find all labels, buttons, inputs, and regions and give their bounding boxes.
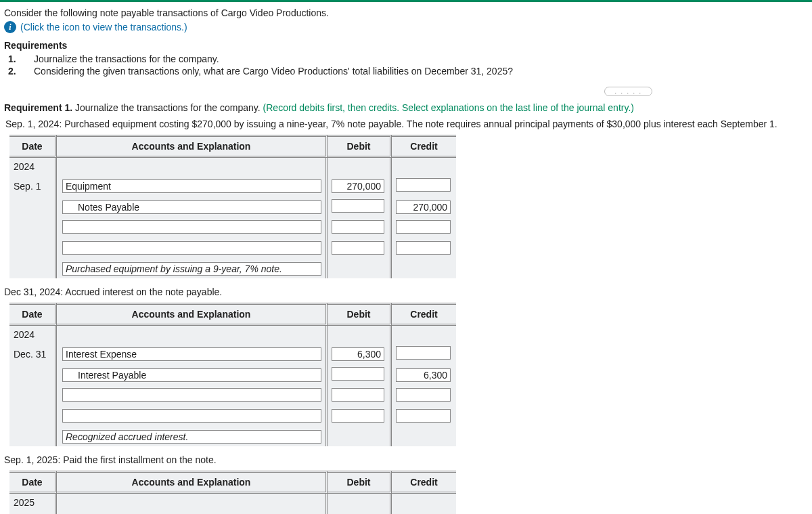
t1-credit-0[interactable]: [396, 178, 451, 192]
th-acct: Accounts and Explanation: [57, 303, 328, 326]
th-date: Date: [9, 135, 57, 158]
requirements-heading: Requirements: [4, 40, 808, 51]
txn1-description: Sep. 1, 2024: Purchased equipment costin…: [5, 119, 808, 129]
info-icon[interactable]: i: [4, 21, 16, 33]
t2-credit-2[interactable]: [396, 388, 451, 402]
t2-acct-1[interactable]: Interest Payable: [62, 368, 321, 382]
req-text-1: Journalize the transactions for the comp…: [34, 53, 219, 64]
t2-credit-3[interactable]: [396, 409, 451, 423]
view-transactions-link[interactable]: (Click the icon to view the transactions…: [20, 22, 187, 33]
txn3-description: Sep. 1, 2025: Paid the first installment…: [4, 454, 808, 465]
t2-acct-3[interactable]: [62, 409, 321, 423]
th-credit: Credit: [392, 303, 456, 326]
t1-credit-3[interactable]: [396, 241, 451, 255]
req-num-1: 1.: [8, 53, 22, 64]
t2-acct-0[interactable]: Interest Expense: [62, 347, 321, 361]
dots-pill: . . . . .: [604, 87, 652, 96]
t2-date: Dec. 31: [9, 343, 57, 364]
t2-debit-1[interactable]: [332, 367, 384, 381]
t2-acct-2[interactable]: [62, 388, 321, 402]
t2-debit-2[interactable]: [332, 388, 384, 402]
t2-explanation[interactable]: Recognized accrued interest.: [62, 430, 321, 444]
t1-debit-2[interactable]: [332, 220, 384, 234]
th-date: Date: [9, 303, 57, 326]
section-divider: . . . . .: [4, 86, 808, 95]
th-debit: Debit: [328, 471, 392, 494]
t2-debit-3[interactable]: [332, 409, 384, 423]
t1-year: 2024: [9, 158, 57, 175]
t1-explanation[interactable]: Purchased equipment by issuing a 9-year,…: [62, 262, 321, 276]
t1-credit-1[interactable]: 270,000: [396, 200, 451, 214]
t2-year: 2024: [9, 326, 57, 343]
t3-date: Sep. 1: [9, 511, 57, 514]
th-acct: Accounts and Explanation: [57, 135, 328, 158]
txn2-description: Dec 31, 2024: Accrued interest on the no…: [4, 286, 808, 297]
t1-credit-2[interactable]: [396, 220, 451, 234]
t1-debit-1[interactable]: [332, 199, 384, 213]
t3-year: 2025: [9, 494, 57, 511]
req-num-2: 2.: [8, 66, 22, 77]
th-credit: Credit: [392, 135, 456, 158]
t1-debit-0[interactable]: 270,000: [332, 179, 384, 193]
t1-acct-1[interactable]: Notes Payable: [62, 200, 321, 214]
t1-debit-3[interactable]: [332, 241, 384, 255]
t1-acct-3[interactable]: [62, 241, 321, 255]
t1-acct-2[interactable]: [62, 220, 321, 234]
t2-debit-0[interactable]: 6,300: [332, 347, 384, 361]
th-credit: Credit: [392, 471, 456, 494]
t1-acct-0[interactable]: Equipment: [62, 179, 321, 193]
t1-date: Sep. 1: [9, 175, 57, 196]
th-debit: Debit: [328, 303, 392, 326]
intro-text: Consider the following note payable tran…: [4, 7, 808, 18]
requirement-1-instruction: Requirement 1. Journalize the transactio…: [4, 102, 808, 113]
th-debit: Debit: [328, 135, 392, 158]
journal-table-1: Date Accounts and Explanation Debit Cred…: [9, 135, 456, 278]
req-text-2: Considering the given transactions only,…: [34, 66, 513, 77]
t2-credit-0[interactable]: [396, 346, 451, 360]
t2-credit-1[interactable]: 6,300: [396, 368, 451, 382]
th-date: Date: [9, 471, 57, 494]
th-acct: Accounts and Explanation: [57, 471, 328, 494]
journal-table-2: Date Accounts and Explanation Debit Cred…: [9, 303, 456, 446]
journal-table-3: Date Accounts and Explanation Debit Cred…: [9, 471, 456, 514]
